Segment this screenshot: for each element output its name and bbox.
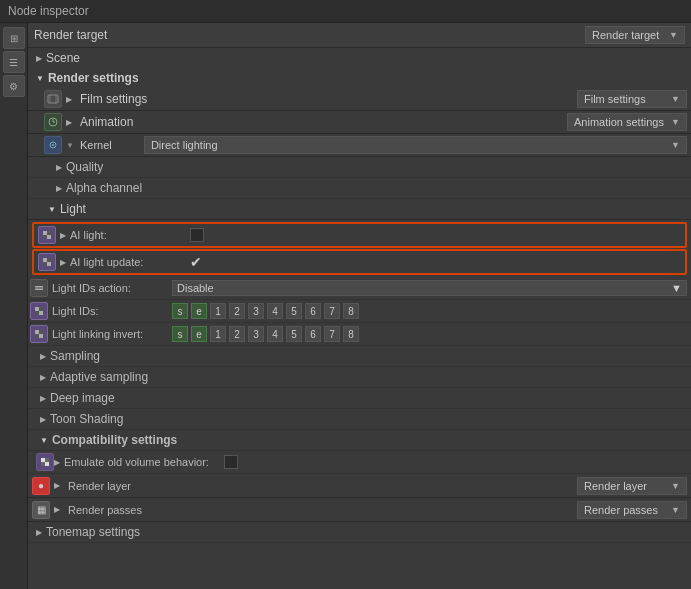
emulate-row: ▶ Emulate old volume behavior: bbox=[28, 451, 691, 474]
compat-triangle-icon: ▼ bbox=[40, 436, 48, 445]
toon-label: Toon Shading bbox=[50, 412, 123, 426]
light-ids-4-btn[interactable]: 4 bbox=[267, 303, 283, 319]
render-layer-arrow-icon: ▼ bbox=[671, 481, 680, 491]
light-linking-8-btn[interactable]: 8 bbox=[343, 326, 359, 342]
light-linking-7-btn[interactable]: 7 bbox=[324, 326, 340, 342]
emulate-checkbox[interactable] bbox=[224, 455, 238, 469]
light-ids-e-btn[interactable]: e bbox=[191, 303, 207, 319]
render-passes-icon: ▦ bbox=[32, 501, 50, 519]
light-ids-action-value: Disable ▼ bbox=[172, 280, 687, 296]
svg-rect-9 bbox=[47, 235, 51, 239]
ai-light-update-row: ▶ AI light update: ✔ bbox=[32, 249, 687, 275]
ai-light-checkbox[interactable] bbox=[190, 228, 204, 242]
light-linking-s-btn[interactable]: s bbox=[172, 326, 188, 342]
deep-image-row[interactable]: ▶ Deep image bbox=[28, 388, 691, 409]
adaptive-label: Adaptive sampling bbox=[50, 370, 148, 384]
scene-section-header[interactable]: ▶ Scene bbox=[28, 48, 691, 68]
svg-rect-23 bbox=[39, 334, 43, 338]
kernel-row: ▼ Kernel Direct lighting ▼ bbox=[28, 134, 691, 157]
animation-dropdown-label: Animation settings bbox=[574, 116, 664, 128]
title-bar: Node inspector bbox=[0, 0, 691, 23]
kernel-dropdown[interactable]: Direct lighting ▼ bbox=[144, 136, 687, 154]
film-settings-arrow-icon: ▼ bbox=[671, 94, 680, 104]
light-section-header[interactable]: ▼ Light bbox=[28, 199, 691, 220]
render-settings-header[interactable]: ▼ Render settings bbox=[28, 68, 691, 88]
light-linking-4-btn[interactable]: 4 bbox=[267, 326, 283, 342]
svg-rect-8 bbox=[43, 235, 47, 239]
deep-image-label: Deep image bbox=[50, 391, 115, 405]
quality-row[interactable]: ▶ Quality bbox=[28, 157, 691, 178]
svg-rect-6 bbox=[43, 231, 47, 235]
animation-icon bbox=[44, 113, 62, 131]
svg-rect-11 bbox=[47, 258, 51, 262]
emulate-icon bbox=[36, 453, 54, 471]
ai-light-update-inner: ▶ AI light update: ✔ bbox=[34, 251, 685, 273]
light-ids-3-btn[interactable]: 3 bbox=[248, 303, 264, 319]
film-triangle-icon: ▶ bbox=[66, 95, 72, 104]
film-settings-dropdown-label: Film settings bbox=[584, 93, 646, 105]
light-linking-6-btn[interactable]: 6 bbox=[305, 326, 321, 342]
light-label: Light bbox=[60, 202, 86, 216]
icon-btn-3[interactable]: ⚙ bbox=[3, 75, 25, 97]
light-ids-value: s e 1 2 3 4 5 6 7 8 bbox=[172, 303, 687, 319]
toon-shading-row[interactable]: ▶ Toon Shading bbox=[28, 409, 691, 430]
node-inspector: Node inspector ⊞ ☰ ⚙ Render target Rende… bbox=[0, 0, 691, 589]
render-target-dropdown[interactable]: Render target ▼ bbox=[585, 26, 685, 44]
light-ids-8-btn[interactable]: 8 bbox=[343, 303, 359, 319]
render-passes-dropdown-label: Render passes bbox=[584, 504, 658, 516]
icon-btn-2[interactable]: ☰ bbox=[3, 51, 25, 73]
light-linking-e-btn[interactable]: e bbox=[191, 326, 207, 342]
light-ids-action-dropdown[interactable]: Disable ▼ bbox=[172, 280, 687, 296]
animation-triangle-icon: ▶ bbox=[66, 118, 72, 127]
light-linking-5-btn[interactable]: 5 bbox=[286, 326, 302, 342]
light-ids-6-btn[interactable]: 6 bbox=[305, 303, 321, 319]
tonemap-row[interactable]: ▶ Tonemap settings bbox=[28, 522, 691, 543]
light-ids-row: Light IDs: s e 1 2 3 4 5 6 7 8 bbox=[28, 300, 691, 323]
light-linking-1-btn[interactable]: 1 bbox=[210, 326, 226, 342]
light-ids-2-btn[interactable]: 2 bbox=[229, 303, 245, 319]
light-linking-2-btn[interactable]: 2 bbox=[229, 326, 245, 342]
sampling-row[interactable]: ▶ Sampling bbox=[28, 346, 691, 367]
light-ids-1-btn[interactable]: 1 bbox=[210, 303, 226, 319]
kernel-label: Kernel bbox=[80, 139, 140, 151]
ai-light-update-label: AI light update: bbox=[70, 256, 190, 268]
ai-light-triangle-icon: ▶ bbox=[60, 231, 66, 240]
scene-label: Scene bbox=[46, 51, 80, 65]
tonemap-triangle-icon: ▶ bbox=[36, 528, 42, 537]
light-ids-s-btn[interactable]: s bbox=[172, 303, 188, 319]
main-content: ⊞ ☰ ⚙ Render target Render target ▼ ▶ Sc… bbox=[0, 23, 691, 589]
light-linking-3-btn[interactable]: 3 bbox=[248, 326, 264, 342]
animation-dropdown[interactable]: Animation settings ▼ bbox=[567, 113, 687, 131]
emulate-triangle-icon: ▶ bbox=[54, 458, 60, 467]
adaptive-triangle-icon: ▶ bbox=[40, 373, 46, 382]
deep-image-triangle-icon: ▶ bbox=[40, 394, 46, 403]
ai-light-update-icon bbox=[38, 253, 56, 271]
kernel-icon bbox=[44, 136, 62, 154]
icon-btn-1[interactable]: ⊞ bbox=[3, 27, 25, 49]
alpha-channel-row[interactable]: ▶ Alpha channel bbox=[28, 178, 691, 199]
render-target-label: Render target bbox=[34, 28, 579, 42]
content-panel: Render target Render target ▼ ▶ Scene ▼ … bbox=[28, 23, 691, 589]
svg-rect-26 bbox=[41, 462, 45, 466]
film-settings-icon bbox=[44, 90, 62, 108]
render-target-arrow-icon: ▼ bbox=[669, 30, 678, 40]
light-triangle-icon: ▼ bbox=[48, 205, 56, 214]
light-ids-7-btn[interactable]: 7 bbox=[324, 303, 340, 319]
render-target-row: Render target Render target ▼ bbox=[28, 23, 691, 48]
svg-rect-21 bbox=[39, 330, 43, 334]
render-passes-dropdown[interactable]: Render passes ▼ bbox=[577, 501, 687, 519]
adaptive-sampling-row[interactable]: ▶ Adaptive sampling bbox=[28, 367, 691, 388]
render-layer-dropdown[interactable]: Render layer ▼ bbox=[577, 477, 687, 495]
light-ids-action-dropdown-label: Disable bbox=[177, 282, 214, 294]
film-settings-dropdown[interactable]: Film settings ▼ bbox=[577, 90, 687, 108]
compatibility-header[interactable]: ▼ Compatibility settings bbox=[28, 430, 691, 451]
sampling-label: Sampling bbox=[50, 349, 100, 363]
toon-triangle-icon: ▶ bbox=[40, 415, 46, 424]
kernel-triangle-icon: ▼ bbox=[66, 141, 74, 150]
light-ids-label: Light IDs: bbox=[52, 305, 172, 317]
svg-rect-16 bbox=[35, 307, 39, 311]
light-ids-5-btn[interactable]: 5 bbox=[286, 303, 302, 319]
scene-triangle-icon: ▶ bbox=[36, 54, 42, 63]
light-ids-action-label: Light IDs action: bbox=[52, 282, 172, 294]
quality-label: Quality bbox=[66, 160, 103, 174]
